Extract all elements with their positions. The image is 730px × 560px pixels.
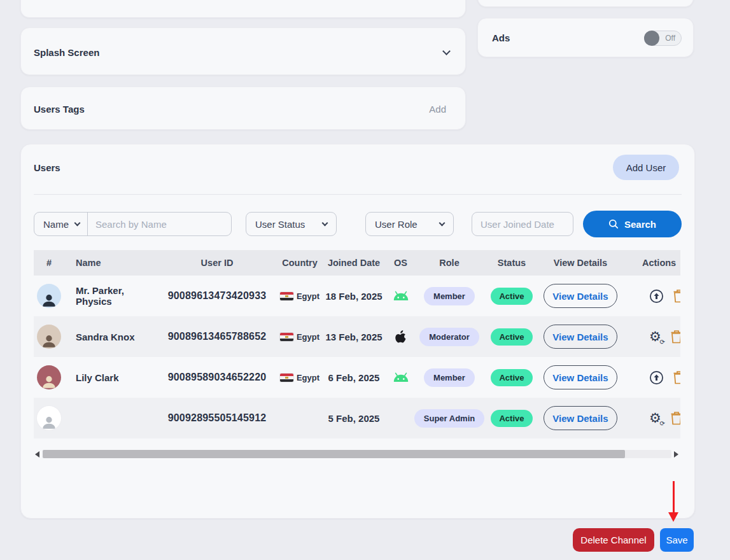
table-row: Lily Clark 90089589034652220 Egypt 6 Feb… xyxy=(34,357,680,398)
col-country: Country xyxy=(274,250,325,276)
table-row: 90092895505145912 5 Feb, 2025 Super Admi… xyxy=(34,398,680,438)
joined-date: 18 Feb, 2025 xyxy=(325,276,383,316)
search-field-selector-label: Name xyxy=(43,219,69,230)
user-name xyxy=(64,398,160,438)
apple-icon xyxy=(395,330,407,344)
users-panel-title: Users xyxy=(34,162,60,173)
country-label: Egypt xyxy=(297,332,319,342)
promote-user-icon[interactable] xyxy=(649,370,664,385)
role-badge: Super Admin xyxy=(414,409,484,428)
table-header-row: # Name User ID Country Joined Date OS Ro… xyxy=(34,250,680,276)
status-badge: Active xyxy=(491,369,532,386)
top-right-partial-card xyxy=(477,0,694,7)
android-icon xyxy=(393,291,409,301)
delete-user-icon[interactable] xyxy=(673,370,680,384)
ads-title: Ads xyxy=(492,32,510,43)
delete-user-icon[interactable] xyxy=(673,289,680,303)
search-by-name-input[interactable] xyxy=(88,219,231,230)
manage-user-gear-icon[interactable]: ⚙⟳ xyxy=(649,330,661,344)
table-row: Mr. Parker, Physics 90089613473420933 Eg… xyxy=(34,276,680,316)
chevron-down-icon xyxy=(439,220,446,227)
search-button-label: Search xyxy=(624,219,656,230)
delete-user-icon[interactable] xyxy=(670,330,680,344)
col-index: # xyxy=(34,250,64,276)
delete-user-icon[interactable] xyxy=(670,411,680,425)
user-joined-date-field xyxy=(472,212,573,236)
user-id: 90089613473420933 xyxy=(160,276,274,316)
user-id: 90089613465788652 xyxy=(160,316,274,357)
scrollbar-track[interactable] xyxy=(43,450,671,458)
add-user-button[interactable]: Add User xyxy=(613,155,679,180)
user-name: Mr. Parker, Physics xyxy=(64,276,160,316)
users-tags-panel: Users Tags Add xyxy=(20,87,466,130)
chevron-down-icon[interactable] xyxy=(442,47,451,55)
search-button[interactable]: Search xyxy=(583,211,682,237)
user-role-select-label: User Role xyxy=(375,219,418,230)
chevron-down-icon xyxy=(74,220,81,227)
search-field-selector[interactable]: Name xyxy=(34,213,88,235)
joined-date: 13 Feb, 2025 xyxy=(325,316,383,357)
scroll-right-arrow-icon[interactable] xyxy=(674,451,678,458)
col-view-details: View Details xyxy=(544,250,617,276)
delete-channel-button[interactable]: Delete Channel xyxy=(573,528,654,552)
user-role-select[interactable]: User Role xyxy=(365,212,454,236)
user-name: Sandra Knox xyxy=(64,316,160,357)
col-name: Name xyxy=(64,250,160,276)
divider xyxy=(34,194,682,195)
ads-toggle[interactable]: Off xyxy=(644,31,682,46)
chevron-down-icon xyxy=(322,220,328,227)
scrollbar-thumb[interactable] xyxy=(43,450,625,458)
col-role: Role xyxy=(419,250,480,276)
user-filters: Name User Status User Role Search xyxy=(21,212,694,239)
avatar xyxy=(37,325,61,349)
user-status-select-label: User Status xyxy=(255,219,305,230)
magnifier-icon xyxy=(608,219,619,229)
name-search-group: Name xyxy=(34,212,232,236)
users-tags-title: Users Tags xyxy=(34,104,85,115)
col-joined-date: Joined Date xyxy=(325,250,383,276)
col-os: OS xyxy=(383,250,419,276)
splash-screen-panel[interactable]: Splash Screen xyxy=(20,27,466,75)
role-badge: Moderator xyxy=(419,328,479,346)
ads-panel: Ads Off xyxy=(477,18,694,57)
user-status-select[interactable]: User Status xyxy=(246,212,337,236)
save-button[interactable]: Save xyxy=(660,528,694,552)
user-id: 90089589034652220 xyxy=(160,357,274,398)
egypt-flag-icon xyxy=(280,333,293,341)
scroll-left-arrow-icon[interactable] xyxy=(35,451,39,458)
user-id: 90092895505145912 xyxy=(160,398,274,438)
view-details-button[interactable]: View Details xyxy=(544,284,617,308)
android-icon xyxy=(393,372,409,382)
egypt-flag-icon xyxy=(280,374,293,382)
joined-date: 5 Feb, 2025 xyxy=(325,398,383,438)
col-actions: Actions xyxy=(617,250,680,276)
col-status: Status xyxy=(480,250,544,276)
country-label: Egypt xyxy=(297,373,319,382)
joined-date: 6 Feb, 2025 xyxy=(325,357,383,398)
avatar xyxy=(37,284,61,308)
toggle-knob[interactable] xyxy=(644,31,659,46)
promote-user-icon[interactable] xyxy=(649,289,664,304)
status-badge: Active xyxy=(491,288,532,305)
manage-user-gear-icon[interactable]: ⚙⟳ xyxy=(649,412,661,425)
channel-settings-page: Splash Screen Users Tags Add Ads Off Use… xyxy=(0,0,730,560)
users-panel: Users Add User Name User Status User Rol… xyxy=(20,144,695,519)
role-badge: Member xyxy=(424,287,475,305)
user-name: Lily Clark xyxy=(64,357,160,398)
table-row: Sandra Knox 90089613465788652 Egypt 13 F… xyxy=(34,316,680,357)
status-badge: Active xyxy=(491,410,532,427)
view-details-button[interactable]: View Details xyxy=(544,365,617,389)
horizontal-scrollbar xyxy=(34,450,680,459)
role-badge: Member xyxy=(424,368,475,387)
splash-screen-title: Splash Screen xyxy=(34,47,99,58)
users-tags-add-button[interactable]: Add xyxy=(429,104,446,115)
view-details-button[interactable]: View Details xyxy=(544,325,617,349)
users-table: # Name User ID Country Joined Date OS Ro… xyxy=(34,250,680,438)
col-user-id: User ID xyxy=(160,250,274,276)
view-details-button[interactable]: View Details xyxy=(544,406,617,430)
user-joined-date-input[interactable] xyxy=(472,219,573,230)
toggle-state-label: Off xyxy=(665,34,675,43)
status-badge: Active xyxy=(491,328,532,346)
avatar xyxy=(37,365,61,389)
country-label: Egypt xyxy=(297,291,319,301)
